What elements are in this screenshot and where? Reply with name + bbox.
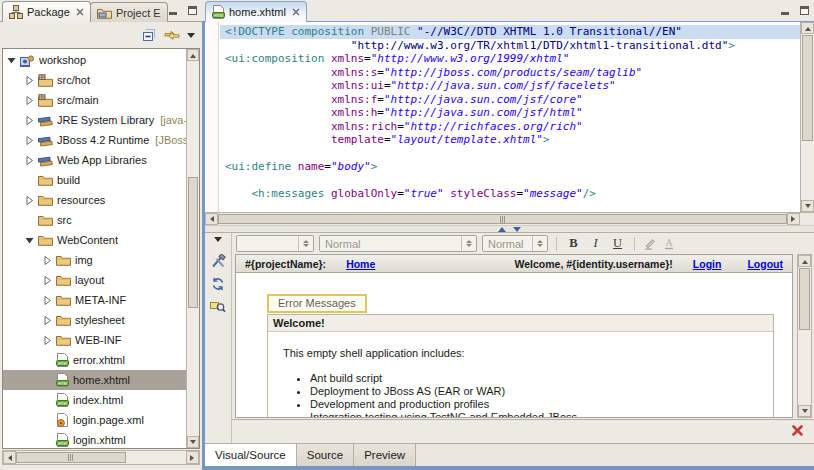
tree-item-index-html[interactable]: HTMindex.html — [3, 390, 186, 410]
error-icon[interactable] — [792, 425, 803, 436]
tree-item-web-app-libraries[interactable]: Web App Libraries — [3, 150, 186, 170]
tree-item-error-xhtml[interactable]: HTMerror.xhtml — [3, 350, 186, 370]
link-with-editor-icon[interactable] — [164, 29, 180, 42]
expand-arrow-icon[interactable] — [24, 96, 35, 105]
highlight-color-icon[interactable] — [643, 237, 657, 250]
maximize-icon[interactable] — [797, 4, 811, 17]
view-menu-icon[interactable] — [187, 33, 195, 42]
code-line[interactable]: xmlns:rich="http://richfaces.org/rich" — [220, 120, 800, 134]
code-line[interactable]: <ui:define name="body"> — [220, 160, 800, 174]
scroll-left-icon[interactable] — [205, 213, 218, 225]
scroll-up-icon[interactable] — [801, 22, 814, 34]
split-handle[interactable] — [205, 225, 814, 233]
tree-item-src-hot[interactable]: src/hot — [3, 70, 186, 90]
tab-package-explorer[interactable]: Package — [2, 1, 91, 22]
style-combo[interactable] — [236, 235, 314, 252]
collapse-arrow-icon[interactable] — [6, 56, 17, 65]
scroll-right-icon[interactable] — [186, 451, 199, 464]
close-icon[interactable] — [76, 8, 84, 16]
tab-project-explorer[interactable]: Project E — [90, 2, 168, 22]
expand-arrow-icon[interactable] — [42, 316, 53, 325]
combo-stepper-icon[interactable] — [461, 236, 476, 251]
expand-arrow-icon[interactable] — [24, 136, 35, 145]
tree-item-webcontent[interactable]: WebContent — [3, 230, 186, 250]
tab-source[interactable]: Source — [297, 444, 354, 466]
tree-item-src[interactable]: src — [3, 210, 186, 230]
code-line[interactable]: xmlns:s="http://jboss.com/products/seam/… — [220, 66, 800, 80]
refresh-icon[interactable] — [211, 277, 225, 291]
tree-item-jre-system-library[interactable]: JRE System Library[java-1.5 — [3, 110, 186, 130]
error-messages-tag[interactable]: Error Messages — [267, 294, 367, 313]
source-horizontal-scrollbar[interactable] — [205, 212, 800, 225]
expand-arrow-icon[interactable] — [24, 196, 35, 205]
scrollbar-thumb[interactable] — [802, 35, 813, 141]
code-line[interactable] — [220, 174, 800, 188]
tree-item-meta-inf[interactable]: META-INF — [3, 290, 186, 310]
code-line[interactable]: "http://www.w3.org/TR/xhtml1/DTD/xhtml1-… — [220, 39, 800, 53]
scroll-right-icon[interactable] — [787, 213, 800, 225]
code-line[interactable]: xmlns:f="http://java.sun.com/jsf/core" — [220, 93, 800, 107]
expand-arrow-icon[interactable] — [42, 296, 53, 305]
tree-item-layout[interactable]: layout — [3, 270, 186, 290]
tab-visual-source[interactable]: Visual/Source — [205, 444, 297, 466]
code-line[interactable]: <!DOCTYPE composition PUBLIC "-//W3C//DT… — [220, 25, 800, 39]
show-selection-bar-icon[interactable] — [210, 299, 226, 313]
source-vertical-scrollbar[interactable] — [800, 22, 814, 212]
tree-item-build[interactable]: build — [3, 170, 186, 190]
tree-item-resources[interactable]: resources — [3, 190, 186, 210]
combo-stepper-icon[interactable] — [532, 236, 547, 251]
scroll-left-icon[interactable] — [3, 451, 16, 464]
font-color-icon[interactable]: A — [662, 237, 676, 250]
expand-arrow-icon[interactable] — [42, 256, 53, 265]
tree-item-workshop[interactable]: workshop — [3, 50, 186, 70]
scroll-down-icon[interactable] — [801, 200, 814, 212]
login-link[interactable]: Login — [693, 258, 722, 270]
close-icon[interactable] — [292, 8, 300, 16]
code-line[interactable]: <h:messages globalOnly="true" styleClass… — [220, 187, 800, 201]
scroll-down-icon[interactable] — [798, 405, 811, 417]
code-line[interactable]: xmlns:h="http://java.sun.com/jsf/html" — [220, 106, 800, 120]
code-line[interactable]: template="layout/template.xhtml"> — [220, 133, 800, 147]
expand-arrow-icon[interactable] — [24, 76, 35, 85]
scrollbar-thumb[interactable] — [218, 214, 787, 224]
expand-arrow-icon[interactable] — [42, 336, 53, 345]
vpe-menu-icon[interactable] — [214, 237, 222, 246]
code-line[interactable]: xmlns:ui="http://java.sun.com/jsf/facele… — [220, 79, 800, 93]
tree-item-src-main[interactable]: src/main — [3, 90, 186, 110]
scrollbar-thumb[interactable] — [799, 268, 810, 330]
underline-button[interactable]: U — [609, 236, 626, 251]
scrollbar-thumb[interactable] — [16, 452, 126, 463]
expand-arrow-icon[interactable] — [24, 116, 35, 125]
logout-link[interactable]: Logout — [747, 258, 783, 270]
tree-item-web-inf[interactable]: WEB-INF — [3, 330, 186, 350]
scrollbar-thumb[interactable] — [188, 177, 198, 309]
collapse-all-icon[interactable] — [141, 28, 157, 42]
tree-item-login-page-xml[interactable]: login.page.xml — [3, 410, 186, 430]
code-editor[interactable]: <!DOCTYPE composition PUBLIC "-//W3C//DT… — [220, 25, 800, 212]
maximize-icon[interactable] — [185, 4, 199, 17]
code-line[interactable] — [220, 147, 800, 161]
font-size-combo[interactable]: Normal — [482, 235, 548, 252]
tree-item-home-xhtml[interactable]: HTMhome.xhtml — [3, 370, 186, 390]
scroll-up-icon[interactable] — [798, 255, 811, 267]
tab-preview[interactable]: Preview — [354, 444, 416, 466]
minimize-icon[interactable] — [166, 4, 180, 17]
tree-item-img[interactable]: img — [3, 250, 186, 270]
bold-button[interactable]: B — [565, 236, 582, 251]
collapse-arrow-icon[interactable] — [24, 236, 35, 245]
expand-arrow-icon[interactable] — [42, 276, 53, 285]
tree-item-stylesheet[interactable]: stylesheet — [3, 310, 186, 330]
scroll-up-icon[interactable] — [187, 49, 199, 61]
tree-item-jboss-4-2-runtime[interactable]: JBoss 4.2 Runtime[JBoss 4.2 — [3, 130, 186, 150]
minimize-icon[interactable] — [778, 4, 792, 17]
home-link[interactable]: Home — [346, 258, 375, 270]
preferences-icon[interactable] — [211, 254, 226, 269]
sash-down-icon[interactable] — [513, 227, 521, 232]
expand-arrow-icon[interactable] — [24, 156, 35, 165]
source-editor[interactable]: <!DOCTYPE composition PUBLIC "-//W3C//DT… — [205, 22, 814, 225]
italic-button[interactable]: I — [587, 236, 604, 251]
code-line[interactable]: <ui:composition xmlns="http://www.w3.org… — [220, 52, 800, 66]
visual-canvas[interactable]: #{projectName}: Home Welcome, #{identity… — [235, 254, 793, 418]
scroll-down-icon[interactable] — [187, 436, 199, 448]
tab-home-xhtml[interactable]: HTM home.xhtml — [205, 1, 307, 22]
